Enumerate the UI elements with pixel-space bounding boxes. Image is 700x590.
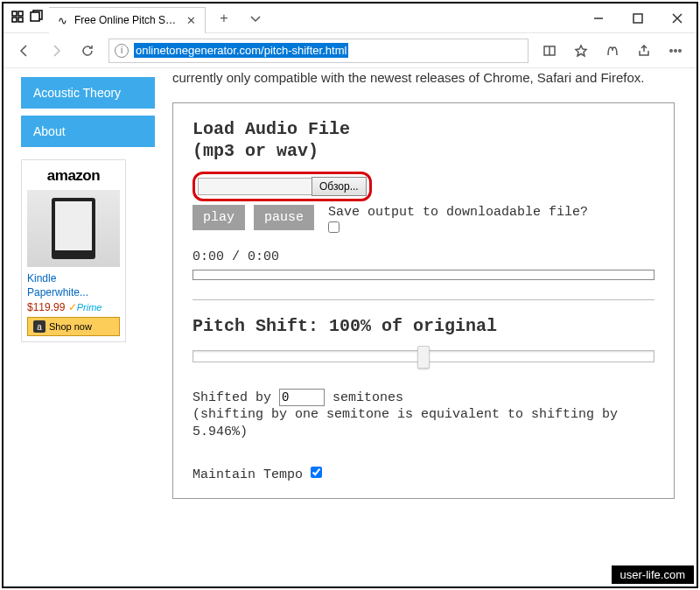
pitch-slider-thumb[interactable]	[417, 346, 430, 369]
ad-product-title[interactable]: Kindle Paperwhite...	[27, 272, 120, 299]
svg-rect-1	[18, 11, 23, 16]
panel-heading: Load Audio File	[192, 119, 654, 139]
maintain-tempo-label: Maintain Tempo	[192, 467, 303, 482]
reading-view-icon[interactable]	[536, 37, 564, 65]
maximize-button[interactable]	[618, 5, 657, 32]
tab-title: Free Online Pitch Shifte	[74, 14, 179, 26]
pitch-slider[interactable]	[192, 350, 654, 362]
amazon-ad[interactable]: amazon Kindle Paperwhite... $119.99 ✓Pri…	[21, 159, 126, 342]
reading-list-icon[interactable]	[598, 37, 626, 65]
main-content: currently only compatible with the newes…	[165, 68, 696, 586]
shift-note: (shifting by one semitone is equivalent …	[192, 406, 654, 440]
tabs-dropdown-icon[interactable]	[242, 11, 269, 25]
svg-rect-4	[31, 12, 39, 21]
back-button[interactable]	[10, 37, 38, 65]
refresh-button[interactable]	[74, 37, 102, 65]
new-tab-button[interactable]: +	[211, 5, 237, 32]
save-output-label: Save output to downloadable file?	[328, 205, 588, 220]
file-input-highlight: Обзор...	[192, 172, 372, 201]
intro-text: currently only compatible with the newes…	[172, 68, 675, 87]
pause-button[interactable]: pause	[254, 205, 314, 230]
watermark: user-life.com	[611, 565, 695, 585]
semitones-input[interactable]	[279, 389, 325, 406]
browser-navbar: i onlinetonegenerator.com/pitch-shifter.…	[4, 33, 696, 68]
address-text: onlinetonegenerator.com/pitch-shifter.ht…	[134, 43, 348, 58]
ad-product-image	[27, 190, 120, 267]
svg-rect-3	[18, 18, 23, 22]
more-icon[interactable]	[662, 37, 690, 65]
tabs-set-aside-icon[interactable]	[10, 10, 24, 26]
ad-shop-button[interactable]: a Shop now	[27, 317, 120, 336]
tabs-preview-icon[interactable]	[30, 10, 44, 26]
minimize-button[interactable]	[578, 5, 618, 32]
sidebar: Acoustic Theory About amazon Kindle Pape…	[4, 68, 165, 586]
shift-label-after: semitones	[332, 390, 403, 405]
svg-point-7	[675, 49, 676, 51]
forward-button[interactable]	[42, 37, 70, 65]
close-window-button[interactable]	[657, 5, 696, 32]
playback-progress[interactable]	[192, 270, 654, 280]
maintain-tempo-checkbox[interactable]	[311, 467, 322, 478]
pitch-shift-title: Pitch Shift: 100% of original	[192, 316, 654, 336]
address-bar[interactable]: i onlinetonegenerator.com/pitch-shifter.…	[108, 39, 528, 63]
panel-subheading: (mp3 or wav)	[192, 141, 654, 161]
divider	[192, 299, 654, 300]
svg-rect-0	[12, 11, 17, 16]
save-output-checkbox[interactable]	[328, 221, 340, 233]
svg-rect-5	[634, 14, 642, 23]
window-titlebar: ∿ Free Online Pitch Shifte ✕ +	[4, 4, 696, 33]
sidebar-item-acoustic-theory[interactable]: Acoustic Theory	[21, 77, 155, 109]
browse-button[interactable]: Обзор...	[312, 177, 367, 196]
svg-point-8	[679, 49, 681, 51]
tab-favicon: ∿	[58, 14, 67, 27]
svg-rect-2	[12, 18, 17, 22]
file-input-display[interactable]	[198, 178, 312, 195]
play-button[interactable]: play	[192, 205, 245, 230]
shift-label-before: Shifted by	[192, 390, 271, 405]
svg-point-6	[670, 49, 672, 51]
close-tab-icon[interactable]: ✕	[186, 14, 196, 27]
ad-price: $119.99 ✓Prime	[27, 301, 120, 313]
favorites-icon[interactable]	[567, 37, 595, 65]
amazon-logo: amazon	[27, 167, 120, 185]
browser-tab[interactable]: ∿ Free Online Pitch Shifte ✕	[49, 7, 206, 33]
sidebar-item-about[interactable]: About	[21, 116, 155, 147]
playback-time: 0:00 / 0:00	[192, 249, 654, 264]
site-info-icon[interactable]: i	[115, 44, 129, 58]
share-icon[interactable]	[630, 37, 658, 65]
pitch-shifter-panel: Load Audio File (mp3 or wav) Обзор... pl…	[172, 102, 675, 499]
